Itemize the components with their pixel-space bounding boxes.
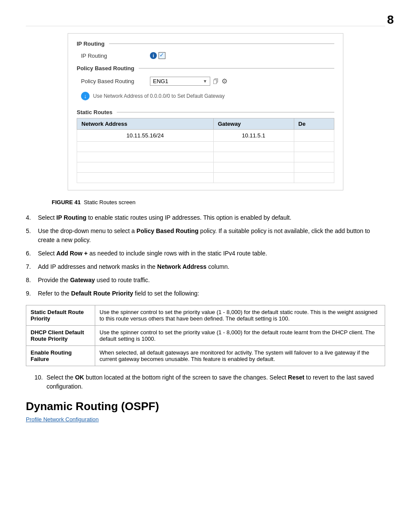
page-number: 8 bbox=[387, 13, 394, 27]
step-5-content: Use the drop-down menu to select a Polic… bbox=[38, 227, 385, 245]
step-4-bold: IP Routing bbox=[56, 214, 87, 221]
ui-screenshot: IP Routing IP Routing i Policy Based Rou… bbox=[26, 33, 385, 196]
col-gateway: Gateway bbox=[213, 118, 294, 130]
def-row-1: Static Default Route Priority Use the sp… bbox=[26, 305, 385, 326]
cell-empty bbox=[294, 162, 334, 173]
step-4-text-before: Select bbox=[38, 214, 56, 221]
cell-empty bbox=[294, 173, 334, 183]
down-arrow-icon: ↓ bbox=[81, 92, 90, 100]
step-8-text-after: used to route traffic. bbox=[95, 277, 149, 283]
ip-routing-field-row: IP Routing i bbox=[77, 50, 334, 61]
figure-caption-text: Static Routes screen bbox=[84, 199, 135, 205]
step-6-bold: Add Row + bbox=[56, 250, 88, 257]
static-routes-section: Static Routes Network Address Gateway De… bbox=[77, 109, 334, 183]
cell-empty bbox=[77, 162, 214, 173]
cell-empty bbox=[213, 142, 294, 152]
cell-default bbox=[294, 130, 334, 142]
figure-label: FIGURE 41 bbox=[52, 199, 81, 205]
step-6-text-before: Select bbox=[38, 250, 56, 257]
cell-empty bbox=[294, 152, 334, 162]
step-7-text-before: Add IP addresses and network masks in th… bbox=[38, 263, 157, 270]
step-4: 4. Select IP Routing to enable static ro… bbox=[26, 213, 385, 222]
def-term-1: Static Default Route Priority bbox=[26, 305, 95, 326]
ip-routing-section-header: IP Routing bbox=[77, 40, 334, 47]
step-8-text-before: Provide the bbox=[38, 277, 70, 283]
profile-network-configuration-link[interactable]: Profile Network Configuration bbox=[26, 416, 99, 423]
step-8: 8. Provide the Gateway used to route tra… bbox=[26, 276, 385, 285]
pbr-divider bbox=[139, 68, 334, 68]
ip-routing-checkbox[interactable] bbox=[159, 52, 165, 59]
pbr-info-text: Use Network Address of 0.0.0.0/0 to Set … bbox=[93, 93, 225, 99]
step-10: 10. Select the OK button located at the … bbox=[34, 373, 385, 391]
step-9-text-before: Refer to the bbox=[38, 290, 71, 297]
def-def-3: When selected, all default gateways are … bbox=[95, 346, 385, 366]
table-row-empty-1 bbox=[77, 142, 334, 152]
doc-icon[interactable]: 🗍 bbox=[213, 78, 219, 85]
step-8-bold: Gateway bbox=[70, 277, 95, 283]
pbr-section-header: Policy Based Routing bbox=[77, 65, 334, 72]
pbr-dropdown[interactable]: ENG1 ▼ bbox=[150, 77, 210, 86]
table-row-empty-3 bbox=[77, 162, 334, 173]
table-header-row: Network Address Gateway De bbox=[77, 118, 334, 130]
static-routes-section-header: Static Routes bbox=[77, 109, 334, 115]
figure-caption: FIGURE 41 Static Routes screen bbox=[52, 199, 385, 205]
table-row: 10.11.55.16/24 10.11.5.1 bbox=[77, 130, 334, 142]
gear-icon[interactable]: ⚙ bbox=[221, 77, 227, 85]
dynamic-routing-heading: Dynamic Routing (OSPF) bbox=[26, 400, 385, 413]
cell-empty bbox=[213, 173, 294, 183]
top-divider bbox=[26, 26, 385, 26]
cell-empty bbox=[213, 152, 294, 162]
step-5-text-before: Use the drop-down menu to select a bbox=[38, 227, 137, 234]
step-4-content: Select IP Routing to enable static route… bbox=[38, 213, 385, 222]
def-term-3: Enable Routing Failure bbox=[26, 346, 95, 366]
pbr-info-row: ↓ Use Network Address of 0.0.0.0/0 to Se… bbox=[77, 89, 334, 103]
ip-routing-info-icon: i bbox=[150, 52, 157, 59]
step-9-content: Refer to the Default Route Priority fiel… bbox=[38, 289, 385, 298]
cell-gateway: 10.11.5.1 bbox=[213, 130, 294, 142]
def-term-2: DHCP Client Default Route Priority bbox=[26, 326, 95, 346]
step-9-num: 9. bbox=[26, 289, 38, 298]
static-routes-title: Static Routes bbox=[77, 109, 112, 115]
step-6-text-after: as needed to include single rows with in… bbox=[88, 250, 267, 257]
col-default: De bbox=[294, 118, 334, 130]
steps-list: 4. Select IP Routing to enable static ro… bbox=[26, 213, 385, 298]
step-5-num: 5. bbox=[26, 227, 38, 245]
pbr-title: Policy Based Routing bbox=[77, 65, 134, 72]
static-routes-table: Network Address Gateway De 10.11.55.16/2… bbox=[77, 118, 334, 183]
cell-empty bbox=[213, 162, 294, 173]
step-6-content: Select Add Row + as needed to include si… bbox=[38, 249, 385, 258]
definition-table: Static Default Route Priority Use the sp… bbox=[26, 305, 385, 366]
ui-panel: IP Routing IP Routing i Policy Based Rou… bbox=[68, 33, 343, 190]
def-row-3: Enable Routing Failure When selected, al… bbox=[26, 346, 385, 366]
step-7-bold: Network Address bbox=[157, 263, 207, 270]
step-5: 5. Use the drop-down menu to select a Po… bbox=[26, 227, 385, 245]
def-row-2: DHCP Client Default Route Priority Use t… bbox=[26, 326, 385, 346]
step-7-content: Add IP addresses and network masks in th… bbox=[38, 262, 385, 271]
step-8-num: 8. bbox=[26, 276, 38, 285]
step-6-num: 6. bbox=[26, 249, 38, 258]
dropdown-arrow-icon: ▼ bbox=[203, 79, 207, 84]
step-9: 9. Refer to the Default Route Priority f… bbox=[26, 289, 385, 298]
step-10-content: Select the OK button located at the bott… bbox=[47, 373, 385, 391]
step-10-bold1: OK bbox=[75, 374, 84, 381]
def-def-1: Use the spinner control to set the prior… bbox=[95, 305, 385, 326]
step-7: 7. Add IP addresses and network masks in… bbox=[26, 262, 385, 271]
step-7-text-after: column. bbox=[206, 263, 229, 270]
def-def-2: Use the spinner control to set the prior… bbox=[95, 326, 385, 346]
pbr-label: Policy Based Routing bbox=[81, 78, 150, 84]
step-9-text-after: field to set the following: bbox=[133, 290, 199, 297]
cell-network-address: 10.11.55.16/24 bbox=[77, 130, 214, 142]
step-7-num: 7. bbox=[26, 262, 38, 271]
step-6: 6. Select Add Row + as needed to include… bbox=[26, 249, 385, 258]
pbr-field-row: Policy Based Routing ENG1 ▼ 🗍 ⚙ bbox=[77, 75, 334, 87]
step-4-num: 4. bbox=[26, 213, 38, 222]
cell-empty bbox=[77, 173, 214, 183]
cell-empty bbox=[77, 152, 214, 162]
cell-empty bbox=[77, 142, 214, 152]
step-10-text: Select the bbox=[47, 374, 75, 381]
step-10-list: 10. Select the OK button located at the … bbox=[34, 373, 385, 391]
static-routes-divider bbox=[117, 112, 334, 112]
step-10-text2: button located at the bottom right of th… bbox=[84, 374, 288, 381]
ip-routing-title: IP Routing bbox=[77, 40, 105, 47]
ip-routing-divider bbox=[109, 44, 334, 44]
